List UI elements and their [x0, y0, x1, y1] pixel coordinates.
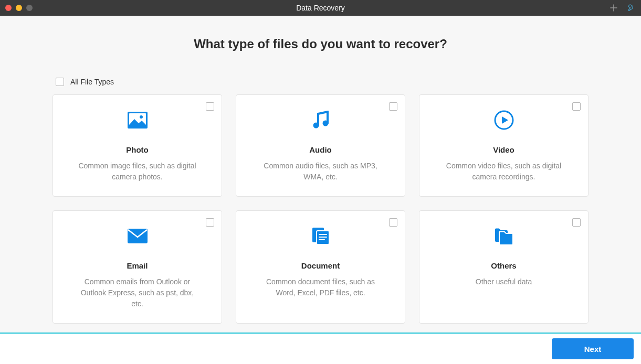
file-type-grid: Photo Common image files, such as digita… — [52, 94, 589, 324]
photo-title: Photo — [126, 145, 149, 154]
svg-point-3 — [140, 115, 143, 119]
titlebar-actions — [610, 3, 636, 13]
svg-point-4 — [313, 123, 319, 129]
photo-checkbox[interactable] — [206, 102, 214, 111]
next-button[interactable]: Next — [552, 338, 634, 359]
svg-point-0 — [632, 6, 633, 7]
titlebar: Data Recovery — [0, 0, 641, 16]
card-others[interactable]: Others Other useful data — [419, 210, 589, 324]
card-photo[interactable]: Photo Common image files, such as digita… — [52, 94, 222, 197]
document-desc: Common document files, such as Word, Exc… — [258, 276, 384, 298]
window-controls — [5, 5, 33, 11]
minimize-window-button[interactable] — [16, 5, 22, 11]
key-icon[interactable] — [626, 3, 636, 13]
close-window-button[interactable] — [5, 5, 12, 11]
others-desc: Other useful data — [476, 276, 532, 287]
video-desc: Common video files, such as digital came… — [441, 160, 567, 183]
document-title: Document — [301, 261, 340, 270]
others-icon — [493, 224, 514, 248]
audio-icon — [312, 109, 330, 132]
email-checkbox[interactable] — [206, 218, 214, 227]
photo-icon — [127, 109, 148, 132]
card-document[interactable]: Document Common document files, such as … — [236, 210, 405, 324]
window-title: Data Recovery — [296, 4, 345, 12]
plus-icon[interactable] — [610, 4, 618, 12]
email-title: Email — [127, 261, 148, 270]
all-file-types-row[interactable]: All File Types — [52, 78, 589, 86]
card-email[interactable]: Email Common emails from Outlook or Outl… — [52, 210, 222, 324]
page-heading: What type of files do you want to recove… — [52, 37, 589, 51]
svg-point-5 — [322, 121, 328, 126]
footer-bar: Next — [0, 333, 641, 364]
maximize-window-button[interactable] — [26, 5, 33, 11]
card-video[interactable]: Video Common video files, such as digita… — [419, 94, 589, 197]
video-icon — [493, 109, 514, 132]
document-checkbox[interactable] — [389, 218, 397, 227]
others-checkbox[interactable] — [572, 218, 581, 227]
card-audio[interactable]: Audio Common audio files, such as MP3, W… — [236, 94, 405, 197]
main-content: What type of files do you want to recove… — [0, 16, 641, 324]
video-checkbox[interactable] — [572, 102, 581, 111]
audio-title: Audio — [309, 145, 332, 154]
audio-desc: Common audio files, such as MP3, WMA, et… — [258, 160, 384, 183]
audio-checkbox[interactable] — [389, 102, 397, 111]
photo-desc: Common image files, such as digital came… — [75, 160, 201, 183]
document-icon — [311, 224, 331, 248]
email-icon — [127, 224, 148, 248]
all-file-types-checkbox[interactable] — [56, 78, 64, 86]
email-desc: Common emails from Outlook or Outlook Ex… — [75, 276, 201, 309]
video-title: Video — [493, 145, 514, 154]
others-title: Others — [491, 261, 516, 270]
all-file-types-label: All File Types — [70, 78, 114, 86]
